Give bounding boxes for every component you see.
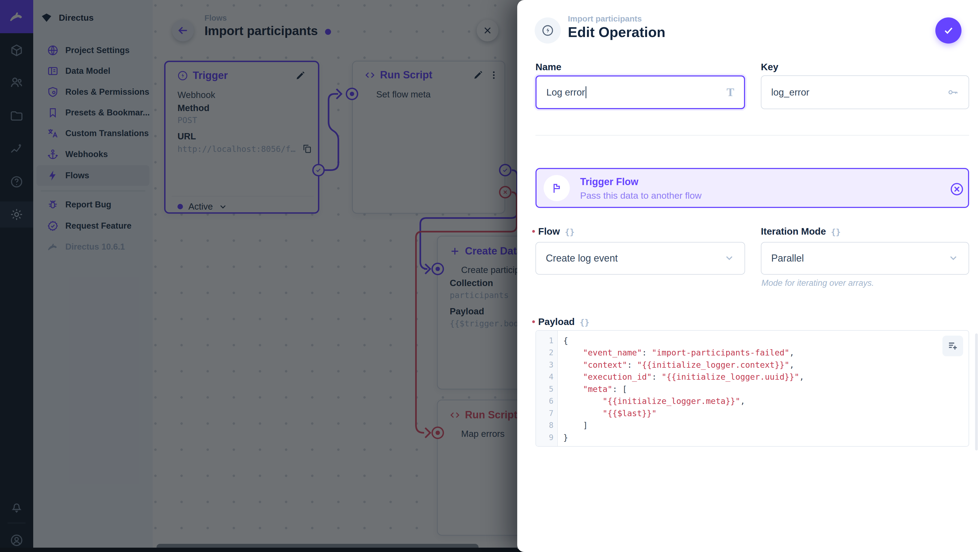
payload-code-editor[interactable]: 1 { 2 "event_name": "import-participants… — [535, 330, 969, 447]
format-json-button[interactable] — [942, 336, 963, 356]
code-line: 4 "execution_id": "{{initialize_logger.u… — [536, 371, 969, 383]
line-number: 7 — [536, 409, 558, 418]
circled-x-icon — [949, 181, 964, 197]
line-number: 6 — [536, 396, 558, 406]
code-lines: 1 { 2 "event_name": "import-participants… — [536, 334, 969, 444]
drawer-header-icon-button[interactable] — [535, 17, 561, 43]
key-value: log_error — [771, 87, 809, 98]
check-icon — [942, 24, 955, 37]
trigger-flow-banner[interactable]: Trigger Flow Pass this data to another f… — [535, 168, 969, 208]
line-content: } — [558, 433, 568, 442]
required-dot — [532, 230, 535, 233]
line-content: { — [558, 336, 568, 345]
flow-label: Flow {} — [532, 226, 575, 237]
iteration-mode-value: Parallel — [771, 253, 804, 264]
code-line: 9 } — [536, 431, 969, 444]
code-line: 6 "{{initialize_logger.meta}}", — [536, 395, 969, 407]
code-line: 7 "{{$last}}" — [536, 407, 969, 420]
line-content: "context": "{{initialize_logger.context}… — [558, 360, 794, 370]
required-dot — [532, 320, 535, 323]
name-input[interactable]: Log error T — [535, 75, 745, 109]
flag-icon — [550, 182, 563, 194]
line-content: "{{$last}}" — [558, 409, 657, 418]
flow-select-value: Create log event — [546, 253, 618, 264]
line-number: 2 — [536, 348, 558, 357]
code-line: 1 { — [536, 334, 969, 347]
iteration-mode-note: Mode for iterating over arrays. — [761, 278, 874, 288]
line-content: "meta": [ — [558, 384, 627, 394]
remove-trigger-flow-button[interactable] — [949, 181, 964, 197]
key-input[interactable]: log_error — [761, 75, 969, 109]
directus-app: Directus Project Settings Data Model Rol… — [0, 0, 980, 552]
raw-value-icon[interactable]: {} — [831, 226, 841, 237]
name-label: Name — [535, 62, 561, 72]
iteration-mode-select[interactable]: Parallel — [761, 242, 969, 275]
name-value: Log error — [546, 87, 585, 98]
title-icon: T — [727, 86, 734, 99]
line-number: 9 — [536, 433, 558, 442]
key-label: Key — [761, 62, 778, 72]
raw-value-icon[interactable]: {} — [565, 226, 575, 237]
flag-icon-badge — [544, 175, 570, 201]
drawer-scrollbar[interactable] — [975, 333, 978, 450]
playlist-add-icon — [947, 340, 958, 352]
edit-operation-drawer: Import participants Edit Operation Name … — [517, 0, 980, 552]
line-content: ] — [558, 420, 588, 430]
code-line: 3 "context": "{{initialize_logger.contex… — [536, 359, 969, 371]
drawer-breadcrumb: Import participants — [568, 14, 642, 24]
line-number: 1 — [536, 336, 558, 345]
line-number: 8 — [536, 421, 558, 430]
banner-subtitle: Pass this data to another flow — [580, 190, 702, 201]
raw-value-icon[interactable]: {} — [579, 317, 589, 327]
code-line: 8 ] — [536, 420, 969, 432]
line-number: 3 — [536, 360, 558, 369]
line-content: "execution_id": "{{initialize_logger.uui… — [558, 372, 804, 382]
line-number: 5 — [536, 385, 558, 394]
bolt-circle-icon — [541, 24, 554, 37]
text-caret — [585, 86, 586, 98]
save-button[interactable] — [935, 17, 961, 43]
line-content: "event_name": "import-participants-faile… — [558, 348, 794, 357]
flow-select[interactable]: Create log event — [535, 242, 745, 275]
key-icon — [947, 86, 959, 98]
chevron-down-icon — [948, 252, 959, 263]
section-divider — [535, 135, 969, 135]
line-content: "{{initialize_logger.meta}}", — [558, 396, 745, 406]
payload-label: Payload {} — [532, 316, 589, 327]
code-line: 2 "event_name": "import-participants-fai… — [536, 347, 969, 359]
chevron-down-icon — [724, 252, 735, 263]
iteration-mode-label: Iteration Mode {} — [761, 226, 841, 237]
line-number: 4 — [536, 372, 558, 381]
code-line: 5 "meta": [ — [536, 383, 969, 395]
drawer-title: Edit Operation — [568, 24, 665, 40]
banner-title: Trigger Flow — [580, 176, 638, 188]
